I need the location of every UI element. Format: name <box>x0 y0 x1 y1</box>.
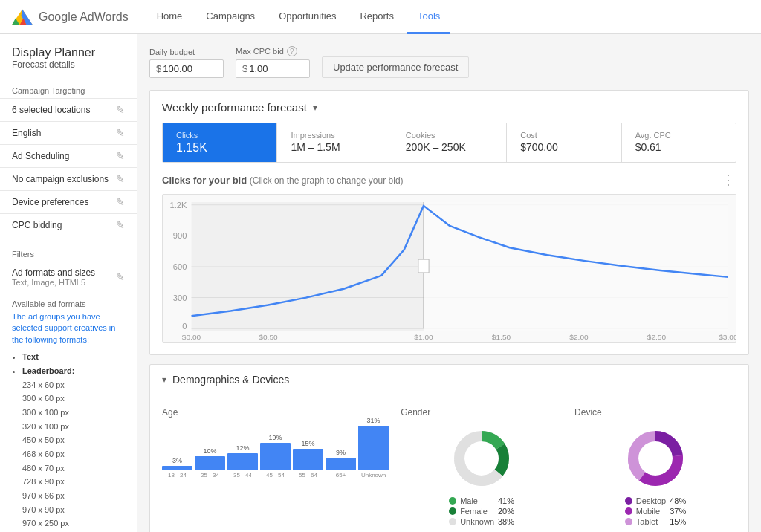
mobile-dot <box>625 507 632 515</box>
age-bar-group: 15%55 - 64 <box>293 440 323 479</box>
unknown-gender-dot <box>449 518 456 525</box>
available-formats-title: Available ad formats <box>12 299 125 308</box>
sidebar-item-exclusions[interactable]: No campaign exclusions ✎ <box>0 167 137 190</box>
nav-opportunities[interactable]: Opportunities <box>268 0 346 34</box>
bar-rect <box>293 449 323 470</box>
svg-point-29 <box>465 442 498 475</box>
metric-cookies-label: Cookies <box>406 131 493 140</box>
nav-tools[interactable]: Tools <box>407 0 450 34</box>
svg-text:$0.00: $0.00 <box>182 333 201 341</box>
gender-legend: Male 41% Female 20% Unknown <box>449 496 514 528</box>
metric-avg-cpc[interactable]: Avg. CPC $0.61 <box>622 123 736 162</box>
sidebar-item-ad-formats[interactable]: Ad formats and sizes Text, Image, HTML5 … <box>0 262 137 292</box>
update-forecast-button[interactable]: Update performance forecast <box>322 56 469 78</box>
cpc-help-icon[interactable]: ? <box>287 46 297 56</box>
demo-header[interactable]: ▾ Demographics & Devices <box>150 365 748 395</box>
age-bar-group: 31%Unknown <box>358 417 389 479</box>
bar-label: 45 - 54 <box>266 472 285 479</box>
dollar-sign-daily: $ <box>156 63 161 74</box>
age-bar-group: 19%45 - 54 <box>260 434 291 479</box>
device-donut-chart <box>622 425 689 492</box>
daily-budget-input-wrap[interactable]: $ <box>149 59 224 78</box>
bar-label: Unknown <box>361 472 386 479</box>
mobile-label: Mobile <box>636 507 666 516</box>
language-label: English <box>12 128 41 138</box>
svg-rect-17 <box>418 259 429 273</box>
sidebar-item-device[interactable]: Device preferences ✎ <box>0 190 137 213</box>
gender-donut-inner: Male 41% Female 20% Unknown <box>401 425 563 528</box>
device-legend-tablet: Tablet 15% <box>625 517 686 526</box>
sidebar-header: Display Planner Forecast details <box>0 46 137 79</box>
unknown-gender-value: 38% <box>498 517 514 526</box>
svg-text:300: 300 <box>173 293 187 302</box>
sidebar-item-ad-scheduling[interactable]: Ad Scheduling ✎ <box>0 144 137 167</box>
daily-budget-input[interactable] <box>163 63 215 74</box>
available-formats-desc: The ad groups you have selected support … <box>12 311 125 346</box>
sidebar-item-language[interactable]: English ✎ <box>0 121 137 144</box>
edit-formats-icon[interactable]: ✎ <box>116 271 125 283</box>
device-donut-inner: Desktop 48% Mobile 37% Tablet <box>574 425 736 528</box>
forecast-title: Weekly performance forecast <box>162 101 307 114</box>
sidebar: Display Planner Forecast details Campaig… <box>0 34 137 532</box>
metric-avg-cpc-label: Avg. CPC <box>635 131 722 140</box>
cpc-bid-label: Max CPC bid <box>236 47 284 56</box>
edit-scheduling-icon[interactable]: ✎ <box>116 150 125 162</box>
svg-text:$2.00: $2.00 <box>569 333 589 341</box>
logo-text: Google AdWords <box>39 10 129 24</box>
main-layout: Display Planner Forecast details Campaig… <box>0 34 761 532</box>
content-area: Daily budget $ Max CPC bid ? $ Update pe… <box>137 34 761 532</box>
bar-rect <box>195 456 225 470</box>
edit-exclusions-icon[interactable]: ✎ <box>116 173 125 185</box>
sidebar-subtitle: Forecast details <box>12 59 125 70</box>
metric-impressions-value: 1M – 1.5M <box>291 141 378 153</box>
metrics-row: Clicks 1.15K Impressions 1M – 1.5M Cooki… <box>162 123 736 163</box>
demo-title: Demographics & Devices <box>172 374 289 386</box>
desktop-dot <box>625 497 632 505</box>
ad-scheduling-label: Ad Scheduling <box>12 151 69 161</box>
metric-clicks[interactable]: Clicks 1.15K <box>163 123 277 162</box>
ad-formats-label: Ad formats and sizes <box>12 267 95 278</box>
nav-reports[interactable]: Reports <box>349 0 404 34</box>
tablet-label: Tablet <box>636 517 666 526</box>
edit-cpc-icon[interactable]: ✎ <box>116 219 125 231</box>
bar-pct: 10% <box>204 447 217 455</box>
logo-icon <box>12 7 33 27</box>
chart-container[interactable]: 1.2K 900 600 300 0 <box>162 194 736 343</box>
edit-device-icon[interactable]: ✎ <box>116 196 125 208</box>
edit-locations-icon[interactable]: ✎ <box>116 104 125 116</box>
device-section: Device Deskt <box>574 407 736 528</box>
device-label: Device preferences <box>12 197 88 207</box>
metric-clicks-label: Clicks <box>176 131 263 140</box>
nav-campaigns[interactable]: Campaigns <box>195 0 265 34</box>
gender-legend-female: Female 20% <box>449 507 514 516</box>
format-text: Text <box>22 350 125 364</box>
cpc-input[interactable] <box>249 63 301 74</box>
svg-text:900: 900 <box>173 232 187 241</box>
metric-cost[interactable]: Cost $700.00 <box>507 123 621 162</box>
edit-language-icon[interactable]: ✎ <box>116 127 125 139</box>
sidebar-item-locations[interactable]: 6 selected locations ✎ <box>0 98 137 121</box>
male-dot <box>449 497 456 505</box>
demo-collapse-icon[interactable]: ▾ <box>162 374 166 385</box>
format-leaderboard: Leaderboard: 234 x 60 px300 x 60 px300 x… <box>22 364 125 531</box>
age-bar-chart: 3%18 - 2410%25 - 3412%35 - 4419%45 - 541… <box>162 425 389 492</box>
svg-point-34 <box>639 442 672 475</box>
chart-more-icon[interactable]: ⋮ <box>722 172 736 188</box>
forecast-dropdown-icon[interactable]: ▾ <box>313 103 317 113</box>
metric-cookies[interactable]: Cookies 200K – 250K <box>392 123 507 162</box>
metric-impressions[interactable]: Impressions 1M – 1.5M <box>277 123 392 162</box>
gender-title: Gender <box>401 407 563 418</box>
cpc-input-wrap[interactable]: $ <box>236 59 310 78</box>
bar-pct: 3% <box>172 457 182 464</box>
chart-title-row: Clicks for your bid (Click on the graph … <box>162 172 736 188</box>
nav-home[interactable]: Home <box>146 0 193 34</box>
device-title: Device <box>574 407 736 418</box>
sidebar-item-cpc[interactable]: CPC bidding ✎ <box>0 213 137 236</box>
bar-rect <box>162 466 192 470</box>
svg-text:$3.00: $3.00 <box>719 333 736 341</box>
age-bar-group: 12%35 - 44 <box>227 444 258 479</box>
exclusions-label: No campaign exclusions <box>12 174 109 184</box>
bar-rect <box>326 458 356 470</box>
metric-impressions-label: Impressions <box>291 131 378 140</box>
ad-formats-sub: Text, Image, HTML5 <box>12 278 95 287</box>
